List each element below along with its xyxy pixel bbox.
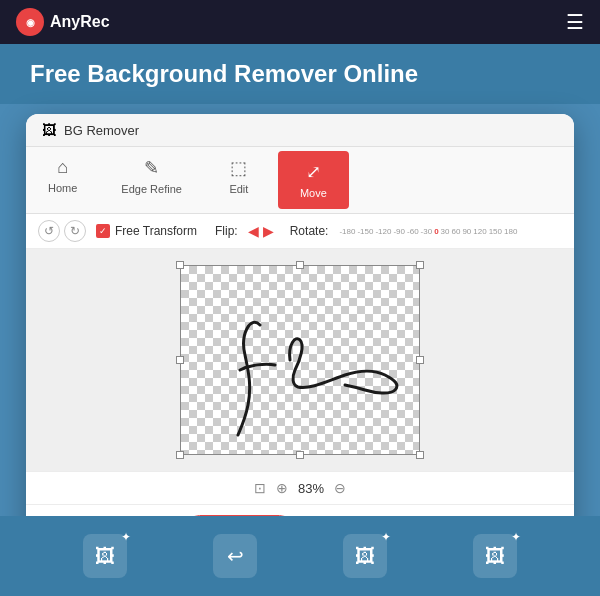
handle-bottom-mid[interactable] bbox=[296, 451, 304, 459]
undo-button[interactable]: ↺ bbox=[38, 220, 60, 242]
image-container[interactable] bbox=[180, 265, 420, 455]
feature-icon-2: ↩ bbox=[213, 534, 257, 578]
feature-3: 🖼 ✦ bbox=[343, 534, 387, 578]
sparkle-icon-3: ✦ bbox=[381, 530, 391, 544]
move-icon: ⤢ bbox=[306, 161, 321, 183]
redo-button[interactable]: ↻ bbox=[64, 220, 86, 242]
logo-area: ◉ AnyRec bbox=[16, 8, 110, 36]
rotate-ruler: -180 -150 -120 -90 -60 -30 0 30 60 90 12… bbox=[338, 227, 518, 236]
tab-home-label: Home bbox=[48, 182, 77, 194]
tab-home[interactable]: ⌂ Home bbox=[26, 147, 99, 213]
handle-top-mid[interactable] bbox=[296, 261, 304, 269]
handle-bottom-right[interactable] bbox=[416, 451, 424, 459]
ruler-p120: 120 bbox=[473, 227, 486, 236]
flip-arrows: ◀ ▶ bbox=[248, 223, 274, 239]
tab-move-label: Move bbox=[300, 187, 327, 199]
home-icon: ⌂ bbox=[57, 157, 68, 178]
free-transform-group: ✓ Free Transform bbox=[96, 224, 197, 238]
ruler-p60: 60 bbox=[452, 227, 461, 236]
sparkle-icon-1: ✦ bbox=[121, 530, 131, 544]
ruler-p150: 150 bbox=[489, 227, 502, 236]
page-title: Free Background Remover Online bbox=[30, 60, 418, 88]
canvas-area bbox=[26, 249, 574, 471]
zoom-in-icon[interactable]: ⊕ bbox=[276, 480, 288, 496]
ruler-p180: 180 bbox=[504, 227, 517, 236]
tab-edit-label: Edit bbox=[229, 183, 248, 195]
controls-bar: ↺ ↻ ✓ Free Transform Flip: ◀ ▶ Rotate: -… bbox=[26, 214, 574, 249]
page-background: Free Background Remover Online bbox=[0, 44, 600, 104]
flip-label: Flip: bbox=[215, 224, 238, 238]
bg-remover-modal: 🖼 BG Remover ⌂ Home ✎ Edge Refine ⬚ Edit… bbox=[26, 114, 574, 556]
edge-refine-icon: ✎ bbox=[144, 157, 159, 179]
reset-zoom-icon[interactable]: ⊡ bbox=[254, 480, 266, 496]
ruler-p30: 30 bbox=[441, 227, 450, 236]
feature-1: 🖼 ✦ bbox=[83, 534, 127, 578]
ruler-n90: -90 bbox=[393, 227, 405, 236]
undo-redo-group: ↺ ↻ bbox=[38, 220, 86, 242]
edit-icon: ⬚ bbox=[230, 157, 247, 179]
flip-vertical-button[interactable]: ▶ bbox=[263, 223, 274, 239]
modal-header: 🖼 BG Remover bbox=[26, 114, 574, 147]
tab-move[interactable]: ⤢ Move bbox=[278, 151, 349, 209]
modal-header-title: BG Remover bbox=[64, 123, 139, 138]
zoom-bar: ⊡ ⊕ 83% ⊖ bbox=[26, 471, 574, 504]
ruler-n180: -180 bbox=[339, 227, 355, 236]
feature-2: ↩ bbox=[213, 534, 257, 578]
tab-edge-refine-label: Edge Refine bbox=[121, 183, 182, 195]
logo-text: AnyRec bbox=[50, 13, 110, 31]
handle-right-mid[interactable] bbox=[416, 356, 424, 364]
hamburger-menu[interactable]: ☰ bbox=[566, 10, 584, 34]
ruler-n150: -150 bbox=[357, 227, 373, 236]
ruler-p90: 90 bbox=[462, 227, 471, 236]
handle-left-mid[interactable] bbox=[176, 356, 184, 364]
modal-header-icon: 🖼 bbox=[42, 122, 56, 138]
free-transform-checkbox[interactable]: ✓ bbox=[96, 224, 110, 238]
ruler-n60: -60 bbox=[407, 227, 419, 236]
free-transform-label: Free Transform bbox=[115, 224, 197, 238]
signature-image bbox=[180, 265, 420, 455]
feature-icon-4: 🖼 ✦ bbox=[473, 534, 517, 578]
modal-background: 🖼 BG Remover ⌂ Home ✎ Edge Refine ⬚ Edit… bbox=[0, 104, 600, 596]
tab-edge-refine[interactable]: ✎ Edge Refine bbox=[99, 147, 204, 213]
handle-top-left[interactable] bbox=[176, 261, 184, 269]
toolbar-tabs: ⌂ Home ✎ Edge Refine ⬚ Edit ⤢ Move bbox=[26, 147, 574, 214]
handle-bottom-left[interactable] bbox=[176, 451, 184, 459]
zoom-percent: 83% bbox=[298, 481, 324, 496]
bottom-features: 🖼 ✦ ↩ 🖼 ✦ 🖼 ✦ bbox=[0, 516, 600, 596]
ruler-n30: -30 bbox=[421, 227, 433, 236]
ruler-zero: 0 bbox=[434, 227, 438, 236]
top-nav-bar: ◉ AnyRec ☰ bbox=[0, 0, 600, 44]
zoom-out-icon[interactable]: ⊖ bbox=[334, 480, 346, 496]
handle-top-right[interactable] bbox=[416, 261, 424, 269]
rotate-label: Rotate: bbox=[290, 224, 329, 238]
ruler-n120: -120 bbox=[375, 227, 391, 236]
sparkle-icon-4: ✦ bbox=[511, 530, 521, 544]
feature-icon-3: 🖼 ✦ bbox=[343, 534, 387, 578]
feature-4: 🖼 ✦ bbox=[473, 534, 517, 578]
logo-icon: ◉ bbox=[16, 8, 44, 36]
flip-horizontal-button[interactable]: ◀ bbox=[248, 223, 259, 239]
feature-icon-1: 🖼 ✦ bbox=[83, 534, 127, 578]
tab-edit[interactable]: ⬚ Edit bbox=[204, 147, 274, 213]
